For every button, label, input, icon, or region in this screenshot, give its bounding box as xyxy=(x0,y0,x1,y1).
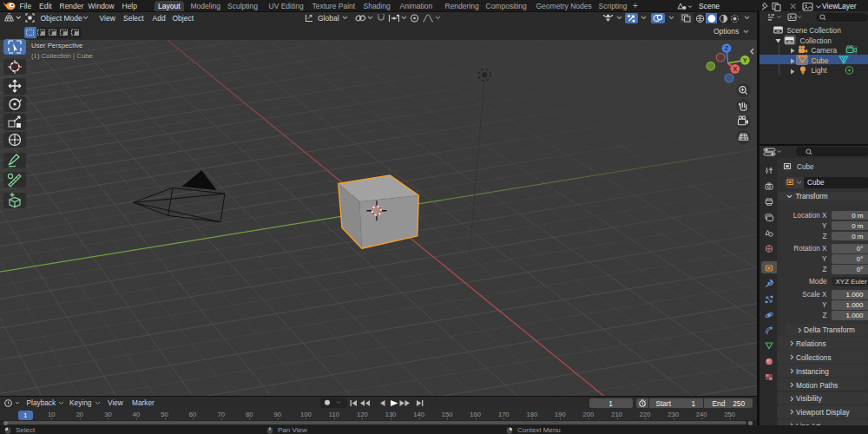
svg-text:Y: Y xyxy=(743,56,747,63)
svg-text:X: X xyxy=(733,64,737,72)
svg-text:Z: Z xyxy=(725,44,729,52)
